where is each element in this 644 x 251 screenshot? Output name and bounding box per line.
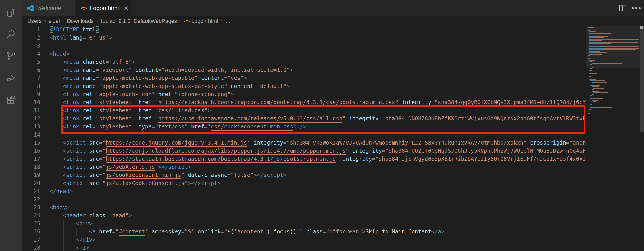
code-line[interactable]: 16 <script src="https://cdnjs.cloudflare… [22,147,586,155]
code-text: <script src="https://cdnjs.cloudflare.co… [50,147,586,155]
tab-logon-label: Logon.html [90,5,119,12]
minimap-line [592,86,598,87]
line-number: 18 [22,163,40,171]
code-text: <html lang="en-us"> [50,34,112,42]
code-line[interactable]: 15 <script src="https://code.jquery.com/… [22,139,586,147]
code-area[interactable]: 1<!DOCTYPE html>2<html lang="en-us">34<h… [22,25,586,251]
code-line[interactable]: 27 </div> [22,236,586,244]
minimap-line [589,37,604,38]
minimap-line [589,40,602,41]
code-line[interactable]: 26 <a href="#content" accesskey="S" oncl… [22,228,586,236]
code-line[interactable]: 7 <meta name="apple-mobile-web-app-capab… [22,74,586,82]
code-line[interactable]: 6 <meta name="viewport" content="width=d… [22,66,586,74]
breadcrumb-item[interactable]: Users [28,18,42,24]
scrollbar-track[interactable] [640,25,644,251]
minimap-line [590,65,592,66]
minimap-line [593,101,596,102]
more-actions-icon[interactable]: ••• [630,0,644,16]
code-line[interactable]: 8 <meta name="apple-mobile-web-app-statu… [22,82,586,90]
line-number: 12 [22,114,40,123]
line-number: 2 [22,34,40,42]
code-line[interactable]: 14 [22,131,586,139]
minimap-line [589,79,596,80]
line-number: 14 [22,131,40,139]
minimap-line [588,55,590,56]
minimap-line [592,103,610,103]
line-number: 5 [22,58,40,66]
minimap-line [589,51,600,52]
code-line[interactable]: 23<body> [22,203,586,212]
code-text: <body> [50,203,70,212]
line-number: 8 [22,82,40,90]
code-text: <header class="head"> [50,212,132,220]
breadcrumb-item[interactable]: … [226,18,231,24]
scrollbar-thumb[interactable] [640,25,644,132]
code-line[interactable]: 10 <link rel="stylesheet" href="https://… [22,98,586,106]
code-text: <!DOCTYPE html> [50,25,99,34]
minimap-line [590,85,600,86]
line-number: 27 [22,236,40,244]
line-number: 20 [22,179,40,187]
code-line[interactable]: 22 [22,195,586,203]
code-line[interactable]: 13 <link rel="stylesheet" type="text/css… [22,123,586,131]
extensions-icon[interactable] [0,89,22,110]
line-number: 11 [22,106,40,114]
line-number: 23 [22,203,40,212]
html-file-icon: <> [80,5,87,11]
code-text: <link rel="stylesheet" href="https://sta… [50,98,586,106]
line-number: 16 [22,147,40,155]
line-number: 26 [22,228,40,236]
code-line[interactable]: 19 <script src="js/cookieconsent.min.js"… [22,171,586,179]
minimap[interactable] [586,25,640,251]
tab-welcome[interactable]: Welcome [22,0,75,16]
code-text: <h1> [50,244,89,251]
code-line[interactable]: 4<head> [22,50,586,58]
minimap-line [592,94,594,95]
code-text: <head> [50,50,70,58]
minimap-line [589,31,596,32]
code-line[interactable]: 2<html lang="en-us"> [22,34,586,42]
tab-logon-html[interactable]: <> Logon.html ✕ [75,0,131,16]
code-line[interactable]: 3 [22,42,586,50]
code-text: <meta name="viewport" content="width=dev… [50,66,293,74]
code-line[interactable]: 20 <script src="js/atlasCookieConsent.js… [22,179,586,187]
minimap-line [590,98,603,99]
breadcrumb-item[interactable]: Downloads [67,18,94,24]
code-line[interactable]: 25 <div> [22,220,586,228]
code-text: <link rel="stylesheet" href="css/illiad.… [50,106,211,114]
code-line[interactable]: 24 <header class="head"> [22,212,586,220]
code-text: <a href="#content" accesskey="S" onclick… [50,228,444,236]
breadcrumb-item[interactable]: sjuel [49,18,60,24]
line-number: 4 [22,50,40,58]
code-line[interactable]: 1<!DOCTYPE html> [22,25,586,34]
breadcrumb-item[interactable]: Logon.html [192,18,218,24]
code-text: <div> [50,220,92,228]
minimap-line [590,64,592,65]
line-number: 10 [22,98,40,106]
search-icon[interactable] [0,23,22,45]
code-line[interactable]: 9 <link rel="apple-touch-icon" href="iph… [22,90,586,98]
code-line[interactable]: 17 <script src="https://stackpath.bootst… [22,155,586,163]
minimap-line [589,73,597,74]
minimap-line [588,113,590,114]
run-and-debug-icon[interactable] [0,67,22,89]
minimap-line [589,49,636,50]
breadcrumb-separator: › [221,18,223,24]
minimap-line [590,68,592,69]
source-control-icon[interactable] [0,45,22,67]
code-editor[interactable]: 1<!DOCTYPE html>2<html lang="en-us">34<h… [22,25,644,251]
code-line[interactable]: 11 <link rel="stylesheet" href="css/illi… [22,106,586,114]
code-line[interactable]: 18 <script src="js/webAlerts.js"></scrip… [22,163,586,171]
close-tab-icon[interactable]: ✕ [124,4,129,12]
minimap-line [589,34,606,35]
minimap-line [589,54,602,54]
code-line[interactable]: 28 <h1> [22,244,586,251]
code-line[interactable]: 21</head> [22,187,586,195]
explorer-icon[interactable] [0,2,22,23]
split-editor-icon[interactable] [615,0,630,16]
breadcrumb-item[interactable]: ILLiad_9.1.0_DefaultWebPages [101,18,177,24]
code-line[interactable]: 5 <meta charset="utf-8"> [22,58,586,66]
code-line[interactable]: 12 <link rel="stylesheet" href="https://… [22,114,586,123]
minimap-line [592,89,594,90]
breadcrumb-separator: › [96,18,98,24]
